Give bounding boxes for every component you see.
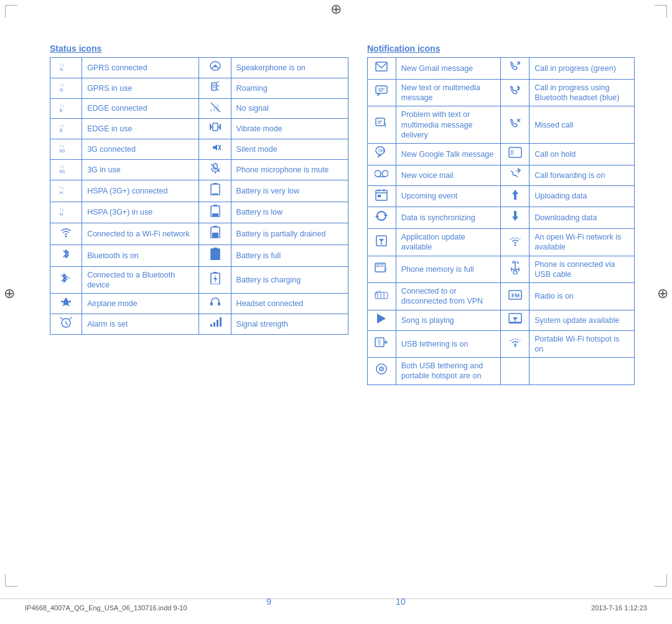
table-row: USB tethering is on Portable Wi-Fi hotsp… [368, 330, 635, 358]
bluetooth-device-icon: » [50, 266, 82, 294]
svg-rect-80 [376, 190, 387, 200]
svg-rect-61 [376, 62, 387, 71]
table-row: ↑↓ H HSPA (3G+) in use Battery is low [50, 202, 348, 223]
system-update-icon [501, 310, 530, 330]
svg-point-76 [375, 170, 381, 177]
svg-rect-48 [211, 249, 220, 260]
status-icons-panel: Status icons ↑↓ G GPRS connected [50, 44, 348, 385]
notification-icons-panel: Notification icons New Gmail message [367, 44, 635, 385]
silent-label: Silent mode [231, 139, 348, 160]
vibrate-label: Vibrate mode [231, 119, 348, 139]
svg-point-101 [513, 271, 517, 274]
table-row: ↑↓ G GPRS in use Ro [50, 78, 348, 98]
svg-rect-46 [212, 233, 218, 238]
missed-call-icon [501, 106, 530, 144]
play-label: Song is playing [396, 310, 501, 330]
wifi-connected-icon [50, 223, 82, 245]
mms-problem-label: Problem with text or multimedia message … [396, 106, 501, 144]
3g-connected-label: 3G connected [82, 139, 199, 160]
sms-icon [368, 79, 396, 106]
gtalk-icon: talk [368, 144, 396, 165]
battery-charging-icon [199, 266, 231, 294]
content-area: Status icons ↑↓ G GPRS connected [19, 12, 653, 398]
table-row: ! Phone memory is full [368, 256, 635, 283]
open-wifi-label: An open Wi-Fi network is available [530, 229, 635, 256]
crosshair-top [329, 2, 343, 16]
phone-memory-full-icon: ! [368, 256, 396, 283]
3g-in-use-label: 3G in use [82, 159, 199, 180]
corner-mark-tr [655, 5, 667, 17]
svg-marker-86 [384, 213, 388, 216]
svg-rect-53 [218, 302, 220, 305]
svg-rect-37 [212, 193, 218, 195]
vibrate-icon [199, 119, 231, 139]
svg-point-124 [381, 368, 382, 370]
hspa-connected-icon: ↑↓ H [50, 180, 82, 202]
empty-icon [501, 358, 530, 385]
table-row: Bluetooth is on Battery is full [50, 245, 348, 267]
crosshair-left [2, 287, 16, 300]
svg-text:!: ! [385, 267, 387, 273]
svg-text:↑↓: ↑↓ [60, 62, 64, 67]
silent-icon [199, 139, 231, 160]
svg-rect-63 [376, 86, 387, 93]
svg-rect-59 [217, 320, 218, 327]
wifi-hotspot-icon [501, 330, 530, 358]
edge-connected-icon: ↑↓ E [50, 98, 82, 119]
svg-rect-7 [212, 84, 216, 88]
calendar-event-label: Upcoming event [396, 185, 501, 207]
both-tether-icon [368, 358, 396, 385]
gmail-label: New Gmail message [396, 58, 501, 80]
airplane-mode-icon [50, 294, 82, 314]
battery-charging-label: Battery is charging [231, 266, 348, 294]
table-row: » Connected to a Bluetooth device Batter… [50, 266, 348, 294]
table-row: ↑↓ 3G 3G in use Phone microphone i [50, 159, 348, 180]
notification-icons-table: New Gmail message Call in progress (gree… [367, 57, 635, 385]
svg-text:↑↓: ↑↓ [60, 144, 64, 148]
hspa-in-use-icon: ↑↓ H [50, 202, 82, 223]
svg-point-77 [382, 170, 388, 177]
call-hold-icon: II [501, 144, 530, 165]
system-update-label: System update available [530, 310, 635, 330]
left-page-number: 9 [266, 597, 271, 607]
svg-text:↑↓: ↑↓ [60, 103, 64, 108]
svg-text:G: G [60, 88, 63, 92]
svg-rect-104 [375, 292, 388, 299]
status-icons-title: Status icons [50, 44, 348, 54]
footer-filename: IP4668_4007A_QG_Eng_USA_06_130716.indd 9… [25, 604, 187, 612]
svg-text:↑↓: ↑↓ [60, 164, 64, 169]
airplane-mode-label: Airplane mode [82, 294, 199, 314]
call-forward-label: Call forwarding is on [530, 165, 635, 185]
gprs-in-use-icon: ↑↓ G [50, 78, 82, 98]
table-row: Application update available An open Wi-… [368, 229, 635, 256]
table-row: Airplane mode Headset connected [50, 294, 348, 314]
voicemail-icon [368, 165, 396, 185]
table-row: ↑↓ E EDGE connected No signal [50, 98, 348, 119]
svg-text:↑↓: ↑↓ [60, 83, 64, 87]
svg-rect-57 [210, 324, 212, 327]
call-bluetooth-icon [501, 79, 530, 106]
table-row: Connected to or disconnected from VPN FM… [368, 283, 635, 310]
sync-icon [368, 207, 396, 229]
3g-in-use-icon: ↑↓ 3G [50, 159, 82, 180]
bluetooth-device-label: Connected to a Bluetooth device [82, 266, 199, 294]
edge-in-use-label: EDGE in use [82, 119, 199, 139]
wifi-hotspot-label: Portable Wi-Fi hotspot is on [530, 330, 635, 358]
svg-text:3G: 3G [59, 149, 65, 153]
corner-mark-bl [5, 574, 17, 587]
download-label: Downloading data [530, 207, 635, 229]
missed-call-label: Missed call [530, 106, 635, 144]
usb-tether-icon [368, 330, 396, 358]
headset-connected-icon [199, 294, 231, 314]
notification-icons-title: Notification icons [367, 44, 635, 54]
svg-text:E: E [60, 128, 63, 133]
battery-full-icon [199, 245, 231, 267]
svg-text:↑↓: ↑↓ [60, 207, 64, 212]
edge-in-use-icon: ↑↓ E [50, 119, 82, 139]
svg-rect-14 [213, 107, 215, 111]
hspa-in-use-label: HSPA (3G+) in use [82, 202, 199, 223]
gtalk-label: New Google Talk message [396, 144, 501, 165]
table-row: Alarm is set Signal strength [50, 314, 348, 335]
svg-point-92 [514, 244, 516, 246]
page-container: Status icons ↑↓ G GPRS connected [0, 0, 672, 624]
